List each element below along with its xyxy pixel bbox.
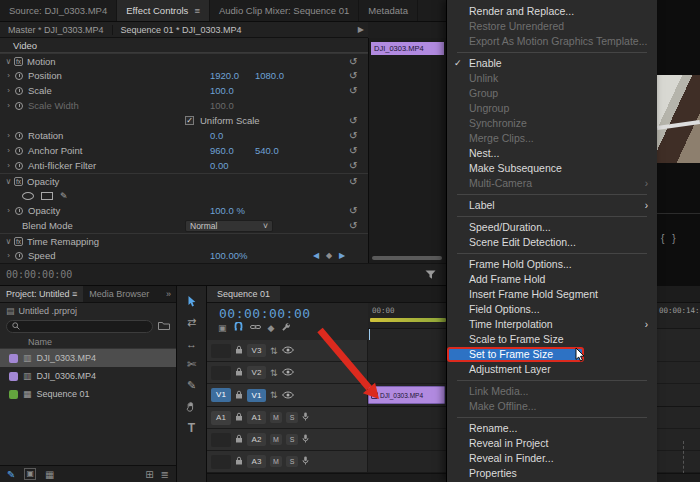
mark-in-icon[interactable]: { bbox=[661, 233, 672, 244]
lock-icon[interactable] bbox=[235, 434, 243, 445]
solo-button[interactable]: S bbox=[286, 456, 298, 467]
scale-row[interactable]: › Scale 100.0 ↺ bbox=[0, 83, 368, 98]
menu-item-make-subsequence[interactable]: Make Subsequence bbox=[447, 161, 657, 176]
menu-item-adjustment-layer[interactable]: Adjustment Layer bbox=[447, 362, 657, 377]
toggle-output-eye-icon[interactable] bbox=[282, 367, 294, 378]
menu-item-reveal-in-finder[interactable]: Reveal in Finder... bbox=[447, 451, 657, 466]
mute-button[interactable]: M bbox=[270, 456, 282, 467]
master-clip-tab[interactable]: Master * DJI_0303.MP4 bbox=[0, 25, 112, 35]
add-keyframe-icon[interactable]: ◆ bbox=[326, 251, 332, 260]
track-badge-v2[interactable]: V2 bbox=[247, 366, 266, 379]
tab-media-browser[interactable]: Media Browser bbox=[83, 286, 155, 302]
timeline-timecode[interactable]: 00:00:00:00 bbox=[207, 303, 368, 321]
solo-button[interactable]: S bbox=[286, 434, 298, 445]
chevron-right-icon[interactable]: › bbox=[4, 251, 13, 260]
razor-tool[interactable]: ✄ bbox=[187, 358, 196, 371]
anchor-x-value[interactable]: 960.0 bbox=[210, 145, 234, 156]
opacity-value-row[interactable]: › Opacity 100.0 % ↺ bbox=[0, 203, 368, 218]
uniform-scale-row[interactable]: ✓ Uniform Scale ↺ bbox=[0, 113, 368, 128]
blend-mode-dropdown[interactable]: Normal ˅ bbox=[185, 220, 273, 232]
position-x-value[interactable]: 1920.0 bbox=[210, 70, 239, 81]
chevron-down-icon[interactable]: ∨ bbox=[4, 237, 13, 246]
tab-effect-controls[interactable]: Effect Controls≡ bbox=[117, 0, 210, 21]
anchor-y-value[interactable]: 540.0 bbox=[255, 145, 279, 156]
mute-button[interactable]: M bbox=[270, 412, 282, 423]
motion-effect-row[interactable]: ∨ fx Motion ↺ bbox=[0, 53, 368, 68]
voiceover-mic-icon[interactable] bbox=[302, 412, 309, 423]
rotation-row[interactable]: › Rotation 0.0 ↺ bbox=[0, 128, 368, 143]
linked-selection-icon[interactable] bbox=[250, 323, 261, 333]
blend-mode-row[interactable]: Blend Mode Normal ˅ ↺ bbox=[0, 218, 368, 233]
menu-item-scale-to-frame-size[interactable]: Scale to Frame Size bbox=[447, 332, 657, 347]
menu-item-set-to-frame-size[interactable]: Set to Frame Size bbox=[447, 347, 584, 362]
tab-metadata[interactable]: Metadata bbox=[359, 0, 418, 21]
track-badge-v1[interactable]: V1 bbox=[247, 389, 266, 402]
toggle-output-eye-icon[interactable] bbox=[282, 345, 294, 356]
reset-icon[interactable]: ↺ bbox=[349, 176, 357, 187]
reset-icon[interactable]: ↺ bbox=[349, 145, 357, 156]
project-item-sequence-01[interactable]: ▦ Sequence 01 bbox=[0, 385, 176, 403]
reset-icon[interactable]: ↺ bbox=[349, 85, 357, 96]
panel-scroll-arrow-icon[interactable]: ▶ bbox=[358, 25, 364, 34]
source-patch-empty[interactable] bbox=[211, 344, 231, 358]
tab-project[interactable]: Project: Untitled ≡ bbox=[0, 286, 83, 302]
mini-timeline-clip[interactable]: DJI_0303.MP4 bbox=[371, 42, 444, 55]
label-chip-purple[interactable] bbox=[9, 372, 18, 381]
lock-icon[interactable] bbox=[235, 412, 243, 423]
source-patch-empty[interactable] bbox=[211, 433, 231, 447]
stopwatch-icon[interactable] bbox=[15, 207, 23, 215]
track-badge-a2[interactable]: A2 bbox=[247, 433, 266, 446]
filter-funnel-icon[interactable] bbox=[425, 270, 436, 282]
reset-icon[interactable]: ↺ bbox=[349, 115, 357, 126]
next-keyframe-icon[interactable]: ▶ bbox=[339, 251, 345, 260]
tab-audio-clip-mixer[interactable]: Audio Clip Mixer: Sequence 01 bbox=[210, 0, 359, 21]
anchor-point-row[interactable]: › Anchor Point 960.0 540.0 ↺ bbox=[0, 143, 368, 158]
rect-mask-icon[interactable] bbox=[41, 192, 53, 200]
timeline-settings-wrench-icon[interactable] bbox=[281, 322, 291, 334]
reset-icon[interactable]: ↺ bbox=[349, 205, 357, 216]
menu-item-field-options[interactable]: Field Options... bbox=[447, 302, 657, 317]
project-item-dji-0306[interactable]: ▥ DJI_0306.MP4 bbox=[0, 367, 176, 385]
tab-overflow-icon[interactable]: » bbox=[161, 286, 176, 302]
chevron-right-icon[interactable]: › bbox=[4, 161, 13, 170]
pen-mask-icon[interactable]: ✎ bbox=[60, 191, 68, 201]
new-item-icon[interactable]: ⊞ bbox=[145, 469, 153, 480]
menu-item-render-and-replace[interactable]: Render and Replace... bbox=[447, 4, 657, 19]
stopwatch-icon[interactable] bbox=[15, 252, 23, 260]
project-item-dji-0303[interactable]: ▥ DJI_0303.MP4 bbox=[0, 349, 176, 367]
list-view-icon[interactable]: ▣ bbox=[24, 468, 36, 480]
solo-button[interactable]: S bbox=[286, 412, 298, 423]
track-select-tool[interactable]: ⇄ bbox=[187, 316, 196, 329]
menu-item-time-interpolation[interactable]: Time Interpolation› bbox=[447, 317, 657, 332]
track-badge-a3[interactable]: A3 bbox=[247, 455, 266, 468]
sync-lock-icon[interactable]: ⇅ bbox=[270, 368, 278, 378]
chevron-right-icon[interactable]: › bbox=[4, 71, 13, 80]
panel-menu-icon[interactable]: ≡ bbox=[194, 5, 200, 16]
search-box[interactable] bbox=[6, 320, 153, 333]
effect-controls-mini-timeline[interactable]: DJI_0303.MP4 bbox=[368, 38, 446, 263]
timeline-clip-dji-0303[interactable]: DJI_0303.MP4 bbox=[368, 386, 445, 404]
speed-value[interactable]: 100.00% bbox=[210, 250, 248, 261]
menu-item-insert-frame-hold-segment[interactable]: Insert Frame Hold Segment bbox=[447, 287, 657, 302]
lock-icon[interactable] bbox=[235, 456, 243, 467]
sync-lock-icon[interactable]: ⇅ bbox=[270, 390, 278, 400]
source-patch-v1[interactable]: V1 bbox=[211, 388, 231, 402]
type-tool[interactable]: T bbox=[188, 421, 195, 434]
name-column-header[interactable]: Name bbox=[0, 335, 176, 349]
project-footer-menu-icon[interactable]: ≣ bbox=[161, 469, 169, 480]
chevron-down-icon[interactable]: ∨ bbox=[4, 177, 13, 186]
label-chip-purple[interactable] bbox=[9, 354, 18, 363]
chevron-right-icon[interactable]: › bbox=[4, 206, 13, 215]
menu-item-rename[interactable]: Rename... bbox=[447, 421, 657, 436]
ripple-edit-tool[interactable]: ↔ bbox=[186, 337, 197, 350]
lock-icon[interactable] bbox=[235, 390, 243, 401]
chevron-right-icon[interactable]: › bbox=[4, 131, 13, 140]
panel-menu-icon[interactable]: ≡ bbox=[72, 289, 77, 299]
reset-icon[interactable]: ↺ bbox=[349, 130, 357, 141]
work-area-bar[interactable] bbox=[370, 318, 446, 322]
folder-icon[interactable] bbox=[158, 321, 170, 333]
stopwatch-icon[interactable] bbox=[15, 87, 23, 95]
source-patch-a1[interactable]: A1 bbox=[211, 411, 231, 425]
mark-out-icon[interactable]: } bbox=[672, 233, 683, 244]
position-y-value[interactable]: 1080.0 bbox=[255, 70, 284, 81]
